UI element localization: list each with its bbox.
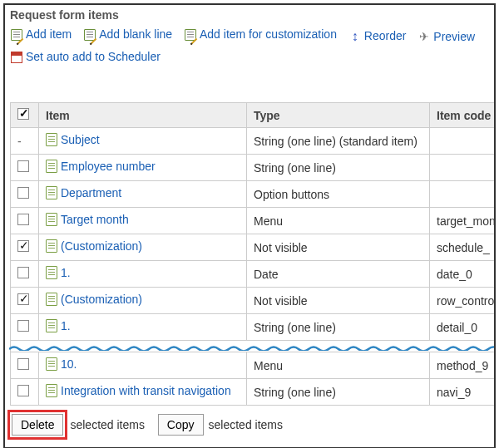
document-icon [46, 357, 57, 371]
col-code-header: Item code [430, 103, 497, 128]
table-row: Target monthMenutarget_month [11, 208, 497, 234]
add-custom-label: Add item for customization [200, 25, 337, 45]
item-type: Menu [247, 208, 430, 234]
table-row: (Customization)Not visiblerow_control [11, 288, 497, 314]
document-icon [46, 293, 57, 306]
item-link[interactable]: Integration with transit navigation [46, 384, 231, 397]
item-type: String (one line) [247, 155, 430, 181]
document-icon [46, 213, 57, 226]
select-all-header[interactable] [11, 103, 39, 128]
item-link[interactable]: (Customization) [46, 239, 142, 253]
delete-highlight: Delete [10, 412, 65, 437]
item-type: Option buttons [247, 181, 430, 208]
add-blank-label: Add blank line [99, 25, 172, 45]
row-checkbox[interactable] [11, 288, 39, 314]
item-label: 1. [61, 319, 71, 332]
add-custom-link[interactable]: Add item for customization [184, 25, 337, 45]
request-form-panel: Request form items Add item Add blank li… [3, 3, 496, 448]
copy-button[interactable]: Copy [158, 414, 204, 436]
item-code: date_0 [430, 261, 497, 288]
auto-add-label: Set auto add to Scheduler [26, 47, 161, 67]
table-row: 1.Datedate_0 [11, 261, 497, 288]
row-checkbox[interactable] [11, 314, 39, 341]
row-checkbox[interactable] [11, 234, 39, 261]
pencil-doc-icon [10, 28, 23, 42]
item-code: navi_9 [430, 379, 497, 406]
add-blank-link[interactable]: Add blank line [83, 25, 172, 45]
item-label: Department [61, 186, 121, 199]
document-icon [46, 186, 57, 199]
panel-title: Request form items [5, 5, 494, 23]
checkbox-icon [17, 267, 29, 278]
item-link[interactable]: 1. [46, 319, 71, 332]
checkbox-icon [17, 108, 29, 120]
item-label: 1. [61, 266, 71, 279]
row-checkbox[interactable] [11, 379, 39, 406]
add-item-link[interactable]: Add item [10, 25, 72, 45]
row-checkbox[interactable] [11, 352, 39, 379]
table-row: -SubjectString (one line) (standard item… [11, 128, 497, 155]
row-checkbox[interactable] [11, 181, 39, 208]
preview-icon: ✈ [417, 31, 431, 44]
pencil-doc-icon [83, 28, 96, 42]
item-link[interactable]: Employee number [46, 160, 156, 173]
item-label: Subject [61, 133, 100, 146]
row-checkbox[interactable] [11, 261, 39, 288]
col-type-header: Type [247, 103, 430, 128]
copy-suffix-text: selected items [209, 418, 283, 431]
add-item-label: Add item [26, 25, 72, 45]
document-icon [46, 266, 57, 279]
table-row: 10.Menumethod_9 [11, 352, 497, 379]
checkbox-icon [17, 160, 29, 172]
items-table: Item Type Item code -SubjectString (one … [10, 102, 496, 406]
preview-link[interactable]: ✈ Preview [417, 27, 475, 47]
document-icon [46, 239, 57, 253]
item-link[interactable]: Subject [46, 133, 100, 146]
item-link[interactable]: Department [46, 186, 121, 199]
checkbox-icon [17, 385, 29, 396]
delete-suffix-text: selected items [70, 418, 144, 431]
document-icon [46, 160, 57, 173]
delete-button[interactable]: Delete [12, 414, 63, 436]
item-code: method_9 [430, 352, 497, 379]
item-code [430, 181, 497, 208]
bulk-actions-footer: Delete selected items Copy selected item… [5, 406, 494, 447]
item-code: row_control [430, 288, 497, 314]
table-header-row: Item Type Item code [11, 103, 497, 128]
checkbox-icon [17, 187, 29, 199]
auto-add-link[interactable]: Set auto add to Scheduler [10, 47, 161, 67]
checkbox-icon [17, 358, 29, 370]
item-link[interactable]: 10. [46, 357, 77, 371]
item-type: Menu [247, 352, 430, 379]
item-link[interactable]: 1. [46, 266, 71, 279]
item-link[interactable]: (Customization) [46, 293, 142, 306]
no-checkbox: - [11, 128, 39, 155]
item-code: detail_0 [430, 314, 497, 341]
document-icon [46, 133, 57, 146]
preview-label: Preview [433, 27, 475, 47]
item-label: Integration with transit navigation [61, 384, 231, 397]
table-row: Employee numberString (one line) [11, 155, 497, 181]
item-type: Not visible [247, 234, 430, 261]
item-label: 10. [61, 357, 77, 371]
table-row: (Customization)Not visibleschedule_ [11, 234, 497, 261]
item-type: String (one line) (standard item) [247, 128, 430, 155]
checkbox-icon [17, 320, 29, 332]
pencil-doc-icon [184, 28, 197, 42]
document-icon [46, 384, 57, 397]
item-link[interactable]: Target month [46, 213, 129, 226]
reorder-link[interactable]: ↕ Reorder [348, 27, 407, 47]
item-label: Target month [61, 213, 129, 226]
calendar-icon [10, 51, 23, 64]
row-checkbox[interactable] [11, 208, 39, 234]
item-code [430, 128, 497, 155]
row-checkbox[interactable] [11, 155, 39, 181]
item-code [430, 155, 497, 181]
checkbox-icon [17, 240, 29, 252]
document-icon [46, 319, 57, 332]
item-code: target_month [430, 208, 497, 234]
item-code: schedule_ [430, 234, 497, 261]
checkbox-icon [17, 293, 29, 305]
table-row: 1.String (one line)detail_0 [11, 314, 497, 341]
updown-arrows-icon: ↕ [348, 29, 362, 42]
